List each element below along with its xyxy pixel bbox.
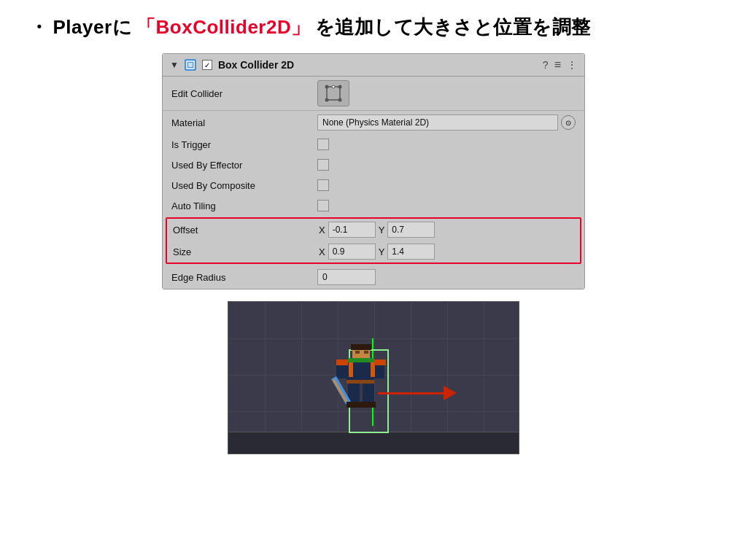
svg-point-7 xyxy=(332,85,335,88)
header-icons: ? ≡ ⋮ xyxy=(543,58,577,71)
auto-tiling-checkbox[interactable] xyxy=(317,200,329,211)
used-by-effector-row: Used By Effector xyxy=(163,155,584,175)
svg-rect-2 xyxy=(327,87,340,100)
enabled-checkbox[interactable]: ✓ xyxy=(202,60,212,70)
edge-radius-label: Edge Radius xyxy=(171,272,317,283)
inspector-header: ▼ ✓ Box Collider 2D ? ≡ ⋮ xyxy=(163,54,584,77)
grid-line xyxy=(411,302,411,454)
game-view xyxy=(228,301,519,454)
edit-collider-label: Edit Collider xyxy=(171,88,317,99)
material-label: Material xyxy=(171,117,317,128)
game-background xyxy=(228,302,519,454)
size-row: Size X Y xyxy=(167,241,580,262)
svg-rect-25 xyxy=(374,359,386,365)
is-trigger-checkbox[interactable] xyxy=(317,139,329,150)
material-row: Material ⊙ xyxy=(163,111,584,134)
edit-collider-icon xyxy=(324,84,343,103)
material-input[interactable] xyxy=(317,114,558,131)
arrow-line xyxy=(378,392,444,394)
offset-row: Offset X Y xyxy=(167,219,580,241)
auto-tiling-row: Auto Tiling xyxy=(163,195,584,216)
used-by-composite-checkbox[interactable] xyxy=(317,179,329,191)
more-options-icon[interactable]: ⋮ xyxy=(567,59,577,71)
size-x-input[interactable] xyxy=(328,244,376,260)
title-suffix: を追加して大きさと位置を調整 xyxy=(315,15,591,40)
svg-point-3 xyxy=(325,85,329,89)
svg-rect-20 xyxy=(355,351,360,354)
auto-tiling-value xyxy=(317,200,576,211)
title-line: ・ Playerに 「BoxCollider2D」 を追加して大きさと位置を調整 xyxy=(29,15,718,40)
used-by-composite-label: Used By Composite xyxy=(171,180,317,191)
edge-radius-value xyxy=(317,269,576,285)
size-xy-group: X Y xyxy=(319,244,435,260)
svg-rect-26 xyxy=(348,358,374,362)
used-by-effector-label: Used By Effector xyxy=(171,160,317,171)
svg-point-6 xyxy=(338,98,342,102)
grid-line xyxy=(301,302,302,454)
material-value: ⊙ xyxy=(317,114,576,131)
svg-rect-22 xyxy=(347,402,361,408)
svg-rect-14 xyxy=(363,382,374,404)
svg-rect-18 xyxy=(333,379,347,402)
used-by-composite-value xyxy=(317,179,576,191)
offset-value: X Y xyxy=(319,222,574,238)
svg-rect-24 xyxy=(336,359,348,365)
direction-arrow xyxy=(378,386,457,400)
used-by-composite-row: Used By Composite xyxy=(163,175,584,195)
edge-radius-input[interactable] xyxy=(317,269,376,285)
offset-label: Offset xyxy=(173,225,319,236)
size-x-label: X xyxy=(319,246,325,257)
edit-collider-row: Edit Collider xyxy=(163,77,584,110)
is-trigger-label: Is Trigger xyxy=(171,139,317,150)
grid-line xyxy=(265,302,266,454)
offset-x-input[interactable] xyxy=(328,222,376,238)
used-by-effector-value xyxy=(317,159,576,171)
title-bullet: ・ xyxy=(29,15,49,40)
highlight-section: Offset X Y Size X Y xyxy=(166,217,581,264)
svg-rect-1 xyxy=(188,63,193,67)
svg-point-4 xyxy=(338,85,342,89)
is-trigger-value xyxy=(317,139,576,150)
grid-line xyxy=(228,338,519,339)
box-icon xyxy=(186,61,195,69)
settings-icon[interactable]: ≡ xyxy=(554,58,561,71)
used-by-effector-checkbox[interactable] xyxy=(317,159,329,171)
svg-rect-19 xyxy=(347,380,374,384)
edit-collider-value xyxy=(317,80,576,106)
size-value: X Y xyxy=(319,244,574,260)
title-highlight: 「BoxCollider2D」 xyxy=(136,15,311,40)
offset-y-label: Y xyxy=(379,225,385,236)
svg-rect-23 xyxy=(361,402,376,408)
edge-radius-row: Edge Radius xyxy=(163,265,584,289)
grid-line xyxy=(484,302,484,454)
size-y-label: Y xyxy=(379,246,385,257)
component-title: Box Collider 2D xyxy=(218,59,537,71)
title-prefix: Playerに xyxy=(53,15,133,40)
offset-y-input[interactable] xyxy=(387,222,435,238)
arrow-head-icon xyxy=(444,386,457,400)
svg-rect-9 xyxy=(351,344,371,350)
svg-rect-21 xyxy=(364,351,368,354)
grid-line xyxy=(447,302,448,454)
help-icon[interactable]: ? xyxy=(543,59,549,71)
collapse-arrow-icon[interactable]: ▼ xyxy=(170,60,179,70)
size-y-input[interactable] xyxy=(387,244,435,260)
inspector-panel: ▼ ✓ Box Collider 2D ? ≡ ⋮ Edit Collider xyxy=(162,53,585,289)
offset-x-label: X xyxy=(319,225,325,236)
svg-point-5 xyxy=(325,98,329,102)
auto-tiling-label: Auto Tiling xyxy=(171,201,317,211)
offset-xy-group: X Y xyxy=(319,222,435,238)
edit-collider-button[interactable] xyxy=(317,80,349,106)
player-sprite xyxy=(330,342,392,419)
inspector-body: Edit Collider Material xyxy=(163,77,584,289)
size-label: Size xyxy=(173,246,319,257)
svg-rect-15 xyxy=(349,362,353,377)
component-icon xyxy=(185,59,196,71)
material-picker-button[interactable]: ⊙ xyxy=(561,115,576,130)
is-trigger-row: Is Trigger xyxy=(163,134,584,155)
